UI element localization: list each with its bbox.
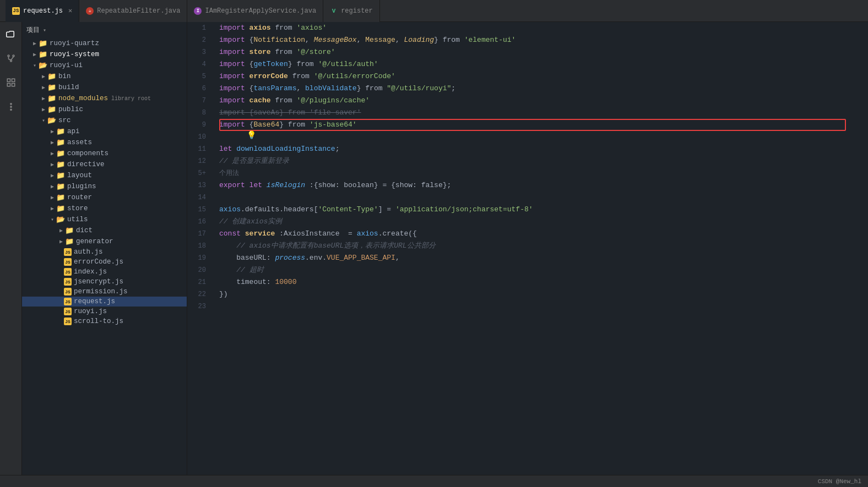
sidebar-item-permission-js[interactable]: JS permission.js — [22, 287, 187, 297]
arrow-icon: ▶ — [57, 227, 65, 234]
line-num: 11 — [187, 143, 215, 155]
line-num: 7 — [187, 95, 215, 107]
sidebar-item-dict[interactable]: ▶ 📁 dict — [22, 225, 187, 236]
sidebar-item-auth-js[interactable]: JS auth.js — [22, 247, 187, 257]
code-editor: 1 import axios from 'axios' 2 import {No… — [187, 22, 868, 475]
code-line-1: 1 import axios from 'axios' — [187, 22, 868, 34]
sidebar-item-utils[interactable]: ▾ 📂 utils — [22, 214, 187, 225]
line-content: // axios中请求配置有baseURL选项，表示请求URL公共部分 — [215, 240, 436, 252]
line-num: 10 — [187, 131, 215, 143]
lightbulb-icon[interactable]: 💡 — [247, 131, 256, 140]
arrow-icon: ▶ — [48, 139, 56, 146]
sidebar-item-router[interactable]: ▶ 📁 router — [22, 192, 187, 203]
sidebar-item-src[interactable]: ▾ 📂 src — [22, 115, 187, 126]
line-content: import {saveAs} from 'file-saver' — [215, 107, 361, 119]
arrow-icon: ▶ — [40, 73, 47, 80]
sidebar-item-bin[interactable]: ▶ 📁 bin — [22, 71, 187, 82]
sidebar-item-ruoyi-js[interactable]: JS ruoyi.js — [22, 307, 187, 316]
sidebar-item-plugins[interactable]: ▶ 📁 plugins — [22, 181, 187, 192]
code-line-6: 6 import {tansParams, blobValidate} from… — [187, 83, 868, 95]
line-num: 21 — [187, 276, 215, 288]
arrow-icon: ▶ — [40, 84, 47, 91]
folder-icon: 📁 — [47, 105, 56, 114]
item-label: store — [67, 205, 88, 212]
project-header[interactable]: 项目 ▾ — [22, 22, 187, 38]
svg-line-4 — [11, 57, 14, 60]
line-content: timeout: 10000 — [215, 276, 296, 288]
line-content: // 是否显示重新登录 — [215, 155, 289, 167]
item-label: node_modules — [58, 95, 108, 102]
arrow-icon: ▶ — [31, 40, 39, 47]
line-content: import store from '@/store' — [215, 46, 335, 58]
folder-icon-btn[interactable] — [3, 26, 19, 42]
sidebar-item-directive[interactable]: ▶ 📁 directive — [22, 159, 187, 170]
item-label: ruoyi-quartz — [50, 40, 99, 47]
sidebar-item-assets[interactable]: ▶ 📁 assets — [22, 137, 187, 148]
sidebar-item-index-js[interactable]: JS index.js — [22, 267, 187, 277]
tab-iam-register[interactable]: I IAmRegisterApplyService.java — [187, 0, 323, 22]
sidebar-item-scroll-to-js[interactable]: JS scroll-to.js — [22, 316, 187, 326]
git-icon-btn[interactable] — [3, 51, 19, 66]
sidebar-item-api[interactable]: ▶ 📁 api — [22, 126, 187, 137]
line-content: export let isRelogin :{show: boolean} = … — [215, 179, 451, 191]
line-num: 19 — [187, 252, 215, 264]
sidebar-item-errorcode-js[interactable]: JS errorCode.js — [22, 257, 187, 267]
line-num: 5+ — [187, 167, 215, 179]
svg-rect-9 — [12, 84, 14, 86]
code-line-22: 22 }) — [187, 288, 868, 300]
tab-register[interactable]: V register — [323, 0, 380, 22]
sidebar-item-public[interactable]: ▶ 📁 public — [22, 104, 187, 115]
code-content[interactable]: 1 import axios from 'axios' 2 import {No… — [187, 22, 868, 475]
code-line-16: 16 // 创建axios实例 — [187, 216, 868, 228]
arrow-icon: ▶ — [57, 238, 65, 245]
item-label: ruoyi-ui — [50, 62, 83, 69]
status-bar: CSDN @New_hl — [0, 475, 868, 487]
svg-point-2 — [10, 60, 12, 62]
sidebar-item-jsencrypt-js[interactable]: JS jsencrypt.js — [22, 277, 187, 287]
sidebar-item-generator[interactable]: ▶ 📁 generator — [22, 236, 187, 247]
sidebar-item-ruoyi-quartz[interactable]: ▶ 📁 ruoyi-quartz — [22, 38, 187, 49]
folder-icon: 📁 — [56, 149, 65, 158]
item-label: scroll-to.js — [74, 318, 123, 325]
code-line-17: 17 const service :AxiosInstance = axios.… — [187, 228, 868, 240]
blocks-icon-btn[interactable] — [3, 75, 19, 90]
line-num: 1 — [187, 22, 215, 34]
item-label: plugins — [67, 183, 96, 190]
item-label: dict — [76, 227, 93, 234]
arrow-icon: ▶ — [48, 161, 56, 168]
code-line-19: 19 baseURL: process.env.VUE_APP_BASE_API… — [187, 252, 868, 264]
svg-point-0 — [8, 55, 9, 57]
line-content: import axios from 'axios' — [215, 22, 327, 34]
sidebar-item-build[interactable]: ▶ 📁 build — [22, 82, 187, 93]
code-line-2: 2 import {Notification, MessageBox, Mess… — [187, 34, 868, 46]
tab-close-button[interactable]: ✕ — [68, 7, 72, 15]
sidebar-item-node-modules[interactable]: ▶ 📁 node_modules library root — [22, 93, 187, 104]
folder-icon: 📁 — [47, 83, 56, 92]
sidebar-item-ruoyi-ui[interactable]: ▾ 📂 ruoyi-ui — [22, 60, 187, 71]
arrow-icon: ▶ — [48, 205, 56, 212]
sidebar-item-store[interactable]: ▶ 📁 store — [22, 203, 187, 214]
svg-rect-6 — [7, 79, 10, 81]
tab-repeatable-filter[interactable]: ☕ RepeatableFilter.java — [79, 0, 187, 22]
svg-point-11 — [10, 106, 11, 107]
line-content: import cache from '@/plugins/cache' — [215, 95, 370, 107]
tab-request-js[interactable]: JS request.js ✕ — [6, 0, 79, 22]
js-file-icon: JS — [64, 268, 72, 276]
svg-rect-7 — [12, 79, 14, 81]
item-label: src — [58, 117, 71, 124]
code-line-15: 15 axios.defaults.headers['Content-Type'… — [187, 204, 868, 216]
item-label: ruoyi-system — [50, 51, 99, 58]
sidebar-item-components[interactable]: ▶ 📁 components — [22, 148, 187, 159]
sidebar-item-request-js[interactable]: JS request.js — [22, 297, 187, 307]
more-icon-btn[interactable] — [3, 99, 19, 114]
folder-icon: 📁 — [39, 39, 47, 48]
line-content: import {tansParams, blobValidate} from "… — [215, 83, 455, 95]
arrow-icon: ▶ — [40, 95, 47, 102]
js-file-icon: JS — [64, 278, 72, 286]
svg-point-10 — [10, 103, 11, 105]
line-content: axios.defaults.headers['Content-Type'] =… — [215, 204, 533, 216]
sidebar-item-ruoyi-system[interactable]: ▶ 📁 ruoyi-system — [22, 49, 187, 60]
sidebar-item-layout[interactable]: ▶ 📁 layout — [22, 170, 187, 181]
code-line-21: 21 timeout: 10000 — [187, 276, 868, 288]
item-label: directive — [67, 161, 105, 168]
